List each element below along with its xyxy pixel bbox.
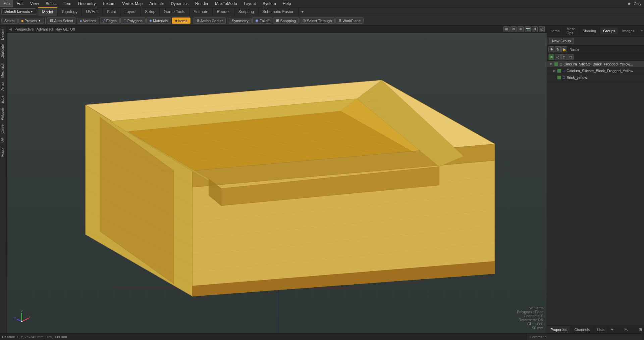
sidebar-duplicate[interactable]: Duplicate (0, 42, 7, 60)
rb-tab-properties[interactable]: Properties (547, 326, 571, 333)
edges-button[interactable]: ╱ Edges (100, 17, 120, 24)
viewport-settings-icon[interactable]: ⚙ (532, 26, 538, 32)
edges-icon: ╱ (103, 18, 105, 23)
viewport-view-label[interactable]: Perspective (14, 27, 34, 31)
rp-lock-btn[interactable]: 🔒 (561, 46, 567, 52)
workplane-button[interactable]: ⊟ WorkPlane (335, 17, 364, 24)
sidebar-polygon[interactable]: Polygon (0, 106, 7, 122)
auto-select-button[interactable]: ⊡ Auto Select (47, 17, 76, 24)
tab-animate[interactable]: Animate (190, 7, 213, 16)
viewport-ray-gl[interactable]: Ray GL: Off (55, 27, 75, 31)
tab-scripting[interactable]: Scripting (234, 7, 259, 16)
sidebar-mesh-edit[interactable]: Mesh Edit (0, 61, 7, 80)
right-tab-mesh-ops[interactable]: Mesh Ops (563, 26, 579, 36)
polygons-button[interactable]: ◻ Polygons (120, 17, 146, 24)
tree-item-2[interactable]: ▶ ◻ Brick_yellow (547, 74, 644, 81)
viewport-nav-prev[interactable]: ◀ (9, 27, 12, 32)
menu-view[interactable]: View (27, 0, 42, 7)
sidebar-curve[interactable]: Curve (0, 123, 7, 136)
rp-eye-btn[interactable]: 👁 (548, 46, 554, 52)
vertices-icon: ● (80, 19, 82, 23)
sidebar-fusion[interactable]: Fusion (0, 145, 7, 159)
menu-file[interactable]: File (0, 0, 13, 7)
svg-text:X: X (29, 315, 30, 319)
tab-model[interactable]: Model (38, 7, 58, 16)
menu-render[interactable]: Render (192, 0, 212, 7)
menu-help[interactable]: Help (279, 0, 294, 7)
size-info: 50 mm (517, 326, 543, 330)
menu-geometry[interactable]: Geometry (75, 0, 99, 7)
model-viewport-svg (7, 33, 547, 333)
layout-dropdown[interactable]: Default Layouts ▾ (1, 8, 36, 15)
menu-select[interactable]: Select (42, 0, 60, 7)
viewport[interactable]: ◀ Perspective Advanced Ray GL: Off ⊞ ↻ ⊕… (7, 26, 547, 333)
viewport-maximize-icon[interactable]: ⊞ (503, 26, 509, 32)
rb-tab-add[interactable]: + (608, 326, 616, 333)
right-tab-groups[interactable]: Groups (600, 28, 619, 34)
menu-animate[interactable]: Animate (146, 0, 167, 7)
menu-dynamics[interactable]: Dynamics (167, 0, 192, 7)
rb-maximize-icon[interactable]: ⊞ (637, 326, 644, 333)
right-tab-images[interactable]: Images (619, 28, 638, 34)
rp-eye2-btn[interactable]: 👁 (548, 54, 554, 60)
no-items-label: No Items (517, 306, 543, 310)
right-tab-shading[interactable]: Shading (579, 28, 600, 34)
menu-texture[interactable]: Texture (99, 0, 119, 7)
menu-layout[interactable]: Layout (240, 0, 259, 7)
items-button[interactable]: ◈ Items (172, 17, 191, 24)
svg-text:Z: Z (14, 317, 16, 320)
tree-group-header[interactable]: ▼ ◻ Calcium_Silicate_Block_Frogged_Yello… (547, 61, 644, 67)
sidebar-uv[interactable]: UV (0, 136, 7, 145)
vertices-button[interactable]: ● Vertices (77, 18, 99, 24)
viewport-camera-icon[interactable]: 📷 (525, 26, 531, 32)
tab-layout[interactable]: Layout (120, 7, 141, 16)
viewport-expand-icon[interactable]: ◱ (539, 26, 545, 32)
tree-group-icon: ◻ (559, 62, 562, 66)
tab-setup[interactable]: Setup (141, 7, 160, 16)
tab-paint[interactable]: Paint (103, 7, 120, 16)
rb-expand-icon[interactable]: ⇱ (623, 326, 630, 333)
sidebar-edge[interactable]: Edge (0, 94, 7, 105)
snapping-button[interactable]: ⊞ Snapping (273, 17, 299, 24)
viewport-zoom-icon[interactable]: ⊕ (518, 26, 524, 32)
rb-tab-channels[interactable]: Channels (571, 326, 593, 333)
symmetry-button[interactable]: Symmetry (229, 18, 252, 24)
menu-maxtomodo[interactable]: MaxToModo (212, 0, 240, 7)
viewport-canvas[interactable]: X Y Z No Items Polygons : Face Channels:… (7, 33, 547, 333)
sculpt-button[interactable]: Sculpt (1, 18, 18, 24)
tab-schematic-fusion[interactable]: Schematic Fusion (258, 7, 299, 16)
left-sidebar: Deform Duplicate Mesh Edit Vertex Edge P… (0, 26, 7, 333)
rb-tab-lists[interactable]: Lists (594, 326, 608, 333)
viewport-advanced[interactable]: Advanced (36, 27, 53, 31)
tab-render[interactable]: Render (213, 7, 234, 16)
right-tab-items[interactable]: Items (547, 28, 563, 34)
falloff-button[interactable]: ◉ Falloff (252, 17, 273, 24)
menu-item[interactable]: Item (60, 0, 74, 7)
menu-edit[interactable]: Edit (13, 0, 27, 7)
tab-uvedit[interactable]: UVEdit (82, 7, 103, 16)
menu-system[interactable]: System (259, 0, 279, 7)
presets-button[interactable]: ■ Presets ▼ (18, 18, 44, 24)
rp-collapse-btn[interactable]: □ (561, 54, 567, 60)
tab-game-tools[interactable]: Game Tools (160, 7, 190, 16)
tab-topology[interactable]: Topology (57, 7, 82, 16)
right-tab-add[interactable]: + (638, 27, 644, 35)
tab-add[interactable]: + (299, 8, 307, 15)
sidebar-deform[interactable]: Deform (0, 27, 7, 42)
menu-vertex-map[interactable]: Vertex Map (119, 0, 146, 7)
main-area: Deform Duplicate Mesh Edit Vertex Edge P… (0, 26, 644, 333)
right-panel-tabs: Items Mesh Ops Shading Groups Images + (547, 26, 644, 37)
new-group-button[interactable]: New Group (549, 38, 574, 44)
rp-settings2-btn[interactable]: □ (568, 54, 574, 60)
axes-widget: X Y Z (13, 310, 30, 327)
select-through-button[interactable]: ◎ Select Through (300, 17, 335, 24)
tree-item-1[interactable]: ▶ ◻ Calcium_Silicate_Block_Frogged_Yello… (547, 67, 644, 74)
action-center-button[interactable]: ⊕ Action Center (194, 17, 226, 24)
select-through-icon: ◎ (303, 18, 306, 23)
rp-refresh-btn[interactable]: ↻ (555, 46, 561, 52)
rp-expand-btn[interactable]: ◁ (555, 54, 561, 60)
sidebar-vertex[interactable]: Vertex (0, 80, 7, 93)
command-area[interactable]: Command (527, 334, 642, 340)
materials-button[interactable]: ◈ Materials (146, 17, 171, 24)
viewport-refresh-icon[interactable]: ↻ (511, 26, 517, 32)
